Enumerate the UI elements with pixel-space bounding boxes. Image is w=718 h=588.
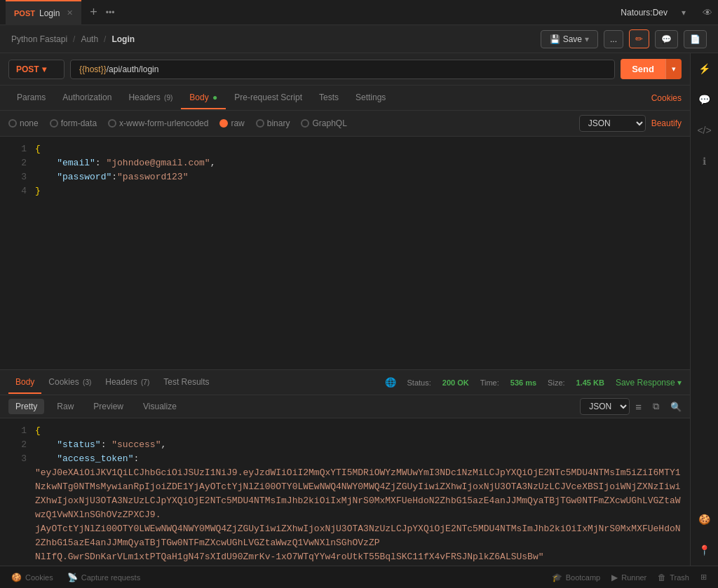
sidebar-location-icon[interactable]: 📍 [695,540,714,560]
send-group: Send ▾ [621,59,682,79]
tab-authorization[interactable]: Authorization [54,87,120,109]
right-sidebar: ⚡ 💬 </> ℹ 🍪 📍 [690,53,718,566]
sidebar-info-icon[interactable]: ℹ [695,151,714,171]
tabs-right: Cookies [651,93,682,103]
beautify-button[interactable]: Beautify [651,118,682,128]
response-tab-cookies[interactable]: Cookies (3) [41,371,98,394]
tab-params[interactable]: Params [8,87,54,109]
response-json-select[interactable]: JSON [580,398,630,415]
tab-pre-request[interactable]: Pre-request Script [226,87,311,109]
search-response-icon[interactable]: 🔍 [670,402,682,412]
breadcrumb-sep1: / [73,34,75,44]
sidebar-code-icon[interactable]: </> [695,121,714,140]
send-button[interactable]: Send [621,59,665,79]
tab-body[interactable]: Body ● [181,87,226,109]
sidebar-comment-icon[interactable]: 💬 [695,90,714,109]
status-label: Status: [407,378,431,387]
save-button[interactable]: 💾 Save ▾ [541,30,598,48]
tab-headers[interactable]: Headers (9) [120,87,181,109]
code-line-3: 3 "password":"password123" [0,170,690,184]
resp-line-4: 4 } [0,564,690,566]
breadcrumb-bar: Python Fastapi / Auth / Login 💾 Save ▾ .… [0,25,718,53]
new-tab-button[interactable]: + [84,5,103,20]
response-size: 1.45 KB [576,378,604,387]
pencil-icon-button[interactable]: ✏ [629,29,649,48]
body-type-raw[interactable]: raw [219,118,244,128]
statusbar-trash[interactable]: 🗑 Trash [658,573,689,582]
tab-tests[interactable]: Tests [311,87,347,109]
breadcrumb-part1[interactable]: Python Fastapi [11,34,67,44]
url-path-part: /api/auth/login [107,64,159,74]
resp-line-2: 2 "status": "success", [0,438,690,452]
statusbar-capture-label: Capture requests [81,573,140,582]
save-icon: 💾 [550,34,560,44]
workspace-chevron-icon[interactable]: ▾ [682,8,686,18]
method-select[interactable]: POST ▾ [8,60,65,79]
statusbar-layout[interactable]: ⊞ [700,573,707,582]
runner-icon: ▶ [611,573,618,582]
response-tabs-row: Body Cookies (3) Headers (7) Test Result… [0,370,690,395]
tabs-more-button[interactable]: ••• [106,8,115,18]
tab-icons: Natours:Dev ▾ 👁 [621,7,712,18]
request-area: POST ▾ {{host}} /api/auth/login Send ▾ P… [0,53,690,566]
response-tab-headers[interactable]: Headers (7) [98,371,156,394]
globe-icon: 🌐 [385,377,396,388]
tab-title: Login [39,8,60,18]
sidebar-cookie-icon[interactable]: 🍪 [695,510,714,529]
filter-icon[interactable]: ≡ [635,401,642,413]
comment-icon-button[interactable]: 💬 [655,30,678,48]
trash-icon: 🗑 [658,573,666,582]
format-pretty[interactable]: Pretty [8,399,44,414]
statusbar-runner[interactable]: ▶ Runner [611,573,646,582]
active-tab[interactable]: POST Login ✕ [6,0,81,25]
tab-bar: POST Login ✕ + ••• Natours:Dev ▾ 👁 [0,0,718,25]
send-chevron-button[interactable]: ▾ [665,59,682,79]
code-line-4: 4 } [0,184,690,198]
tab-close-icon[interactable]: ✕ [67,8,73,18]
statusbar-bootcamp[interactable]: 🎓 Bootcamp [552,573,601,582]
cookies-link[interactable]: Cookies [651,93,682,103]
statusbar-right: 🎓 Bootcamp ▶ Runner 🗑 Trash ⊞ [552,573,707,582]
radio-form-data [50,119,58,128]
method-label: POST [16,64,39,74]
format-right: JSON ≡ ⧉ 🔍 [580,398,682,415]
workspace-label: Natours:Dev [621,8,668,18]
copy-response-icon[interactable]: ⧉ [653,401,659,412]
body-type-graphql[interactable]: GraphQL [301,118,346,128]
eye-icon[interactable]: 👁 [703,7,712,18]
url-display[interactable]: {{host}} /api/auth/login [70,60,615,79]
json-format-select[interactable]: JSON Text JavaScript HTML XML [579,115,646,132]
body-type-none[interactable]: none [8,118,39,128]
body-type-urlencoded[interactable]: x-www-form-urlencoded [108,118,208,128]
more-options-button[interactable]: ... [604,30,623,48]
code-line-1: 1 { [0,142,690,156]
size-label: Size: [548,378,564,387]
resp-line-1: 1 { [0,424,690,438]
statusbar-capture[interactable]: 📡 Capture requests [67,573,140,582]
save-response-button[interactable]: Save Response ▾ [616,378,682,388]
document-icon-button[interactable]: 📄 [684,30,707,48]
sidebar-api-icon[interactable]: ⚡ [695,59,714,78]
time-label: Time: [480,378,499,387]
statusbar-trash-label: Trash [670,573,689,582]
format-preview[interactable]: Preview [86,399,130,414]
tab-method: POST [14,9,35,18]
response-section: Body Cookies (3) Headers (7) Test Result… [0,369,690,566]
statusbar-bootcamp-label: Bootcamp [566,573,601,582]
save-chevron-icon[interactable]: ▾ [585,34,589,44]
format-raw[interactable]: Raw [50,399,81,414]
format-visualize[interactable]: Visualize [136,399,184,414]
body-type-binary[interactable]: binary [256,118,290,128]
response-tab-test-results[interactable]: Test Results [156,371,216,394]
status-code: 200 OK [442,378,469,387]
tab-settings[interactable]: Settings [347,87,394,109]
statusbar-cookies[interactable]: 🍪 Cookies [11,573,53,582]
main-area: POST ▾ {{host}} /api/auth/login Send ▾ P… [0,53,718,566]
url-bar: POST ▾ {{host}} /api/auth/login Send ▾ [0,53,690,86]
request-body-editor[interactable]: 1 { 2 "email": "johndoe@gmail.com", 3 "p… [0,137,690,369]
breadcrumb-part2[interactable]: Auth [81,34,98,44]
layout-icon: ⊞ [700,573,707,582]
response-tab-body[interactable]: Body [8,371,41,394]
body-type-form-data[interactable]: form-data [50,118,97,128]
response-body-editor[interactable]: 1 { 2 "status": "success", 3 "access_tok… [0,418,690,566]
